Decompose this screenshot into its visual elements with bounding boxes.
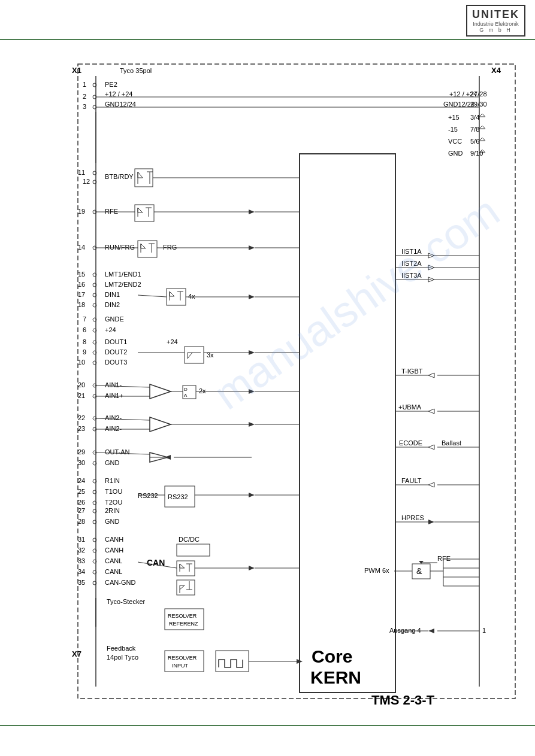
frg-label: FRG	[163, 244, 177, 251]
gnde-label: GNDE	[105, 315, 124, 323]
t2ou-label: T2OU	[105, 499, 122, 506]
pin8-num: 8	[83, 338, 86, 345]
diagram-area: X1 Tyco 35pol X4 1 PE2 2 +12 / +24 +12 /…	[0, 40, 535, 722]
lmt2-end2: LMT2/END2	[105, 281, 141, 288]
pin26-num: 26	[78, 499, 85, 506]
ausgang4-label: Ausgang 4	[389, 627, 421, 634]
ubma-label: +UBMA	[398, 403, 422, 411]
feedback-14pol: 14pol Tyco	[107, 654, 138, 661]
svg-marker-119	[249, 566, 255, 570]
hpres-label: HPRES	[401, 514, 424, 521]
svg-marker-24	[138, 208, 143, 212]
twox-label: 2x	[199, 387, 206, 394]
dout3-label: DOUT3	[105, 359, 127, 366]
pe2-label: PE2	[105, 81, 117, 88]
x4-gnd-pin: 9/10	[470, 150, 483, 157]
input-label: INPUT	[172, 663, 189, 669]
din2-label: DIN2	[105, 301, 120, 308]
ain2-minus-1: AIN2-	[105, 414, 122, 421]
resolver1-label: RESOLVER	[168, 613, 197, 619]
svg-marker-9	[479, 126, 485, 129]
logo-title: UNITEK	[472, 8, 519, 21]
canh1-label: CANH	[105, 536, 123, 543]
x4-gnd: GND	[448, 150, 463, 157]
pin27-num: 27	[78, 507, 85, 514]
pin34-num: 34	[78, 568, 85, 575]
canl2-label: CANL	[105, 568, 122, 575]
pin21-num: 21	[78, 392, 85, 399]
watermark: manualshive.com	[205, 187, 508, 418]
x4-plus15: +15	[448, 114, 460, 121]
pin1-num: 1	[83, 81, 86, 88]
plus24-dout: +24	[167, 338, 178, 345]
ecode-label: ECODE	[399, 439, 422, 447]
fourx-label: 4x	[188, 293, 195, 300]
svg-line-69	[95, 385, 150, 387]
x4-vcc: VCC	[448, 138, 462, 145]
header: UNITEK Industrie Elektronik G m b H	[0, 0, 535, 40]
pin9-num: 9	[83, 348, 86, 356]
out-an-label: OUT-AN	[105, 448, 130, 456]
pin31-num: 31	[78, 536, 85, 543]
tms-label: TMS 2-3-T	[371, 693, 435, 708]
svg-marker-10	[479, 138, 485, 141]
svg-marker-39	[249, 245, 255, 250]
gnd-label: GND	[105, 459, 120, 466]
pwm-label: PWM 6x	[364, 567, 389, 574]
ausgang4-num: 1	[482, 627, 486, 634]
ain1-minus: AIN1-	[105, 381, 122, 388]
pin19-num: 19	[78, 208, 85, 215]
pin32-num: 32	[78, 546, 85, 554]
pin10-num: 10	[78, 359, 85, 366]
svg-marker-163	[428, 629, 434, 633]
x4-plus12-pin: 27/28	[470, 90, 487, 98]
svg-marker-144	[428, 445, 434, 450]
t-igbt-label: T-IGBT	[401, 368, 423, 375]
din1-label: DIN1	[105, 291, 120, 298]
tworin-label: 2RIN	[105, 507, 120, 514]
tyco-label: Tyco 35pol	[120, 67, 152, 74]
dout2-label: DOUT2	[105, 348, 127, 356]
run-frg-label: RUN/FRG	[105, 244, 135, 251]
rs232-box-label: RS232	[168, 493, 188, 500]
svg-marker-52	[249, 294, 255, 299]
x4-minus15: -15	[448, 126, 458, 133]
pin18-num: 18	[78, 301, 85, 308]
t1ou-label: T1OU	[105, 488, 122, 495]
ballast-label: Ballast	[442, 439, 461, 447]
and-gate-label: &	[416, 566, 422, 576]
svg-marker-8	[479, 114, 485, 117]
pin3-num: 3	[83, 103, 86, 110]
svg-marker-17	[138, 172, 143, 178]
pin6-num: 6	[83, 326, 86, 333]
pin12-num: 12	[83, 178, 90, 185]
x4-gnd12-24-pin: 29/30	[470, 101, 487, 108]
x4-vcc-pin: 5/6	[470, 138, 479, 145]
svg-rect-127	[300, 154, 395, 693]
pin14-num: 14	[78, 244, 85, 251]
svg-marker-68	[150, 384, 171, 399]
pin30-num: 30	[78, 459, 85, 466]
pin22-num: 22	[78, 414, 85, 421]
tyco-stecker-label: Tyco-Stecker	[107, 598, 146, 605]
x4-label: X4	[491, 66, 501, 75]
pin25-num: 25	[78, 488, 85, 495]
can-gnd-label: CAN-GND	[105, 579, 135, 586]
gnd12-24-label: GND12/24	[105, 101, 136, 108]
pin35-num: 35	[78, 579, 85, 586]
footer-line	[0, 725, 535, 726]
svg-marker-78	[150, 417, 171, 432]
svg-marker-141	[428, 409, 434, 414]
pin23-num: 23	[78, 425, 85, 432]
svg-marker-60	[188, 353, 192, 359]
pin15-num: 15	[78, 271, 85, 278]
svg-rect-106	[177, 544, 210, 556]
core-kern-label: Core	[312, 646, 352, 666]
gnd2-label: GND	[105, 518, 120, 525]
plus12-24-label: +12 / +24	[105, 90, 133, 98]
canl1-label: CANL	[105, 557, 122, 564]
svg-marker-34	[141, 244, 146, 248]
btb-rdy-label: BTB/RDY	[105, 173, 134, 180]
rs232-label-left: RS232	[138, 492, 158, 499]
logo-subtitle: Industrie Elektronik	[473, 21, 519, 27]
